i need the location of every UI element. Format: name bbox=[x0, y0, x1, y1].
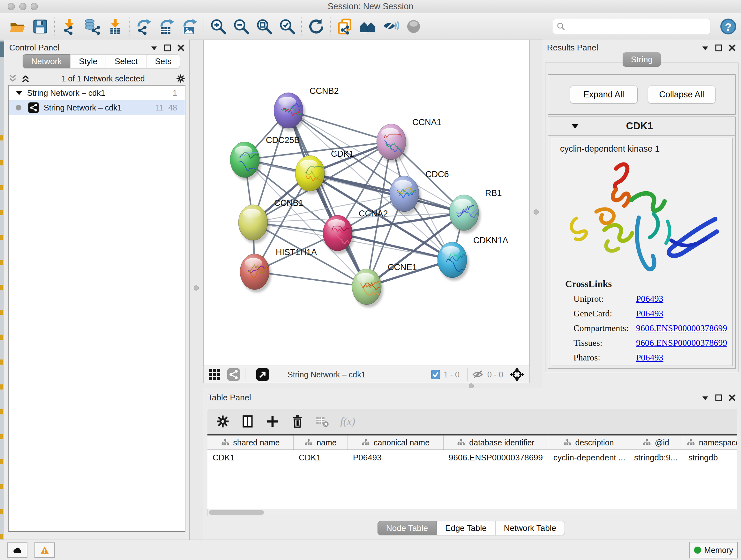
crosslink-link[interactable]: P06493 bbox=[636, 294, 664, 304]
fit-content-button[interactable] bbox=[253, 16, 276, 37]
open-session-button[interactable] bbox=[6, 16, 29, 37]
node-CDKN1A[interactable]: CDKN1A bbox=[437, 236, 509, 281]
network-row-selected[interactable]: String Network – cdk1 11 48 bbox=[9, 100, 185, 115]
column-header--id[interactable]: @id bbox=[629, 435, 683, 449]
column-header-label: description bbox=[576, 438, 614, 447]
collapse-all-icon[interactable] bbox=[8, 74, 17, 83]
column-header-name[interactable]: name bbox=[293, 435, 348, 449]
create-column-plus-icon[interactable] bbox=[266, 415, 280, 428]
help-button[interactable]: ? bbox=[719, 16, 738, 37]
cloud-services-button[interactable] bbox=[7, 543, 27, 558]
node-CCNE1[interactable]: CCNE1 bbox=[352, 262, 417, 307]
import-table-from-file-button[interactable] bbox=[104, 16, 126, 37]
node-HIST1H1A[interactable]: HIST1H1A bbox=[240, 247, 317, 293]
table-horizontal-scrollbar[interactable] bbox=[207, 509, 737, 516]
export-network-image-button[interactable] bbox=[178, 16, 201, 37]
float-panel-icon[interactable] bbox=[715, 44, 723, 52]
birdseye-view-icon[interactable] bbox=[226, 368, 241, 381]
right-splitter[interactable] bbox=[530, 40, 544, 366]
clone-network-button[interactable] bbox=[333, 16, 356, 37]
close-panel-icon[interactable] bbox=[728, 394, 736, 401]
results-tab-string[interactable]: String bbox=[623, 52, 661, 67]
status-bar: Memory bbox=[0, 540, 741, 560]
fit-selected-crosshair-icon[interactable] bbox=[510, 367, 524, 382]
column-header-namespace[interactable]: namespace bbox=[683, 435, 737, 449]
panel-menu-icon[interactable] bbox=[701, 394, 709, 401]
column-header-shared-name[interactable]: shared name bbox=[207, 435, 293, 449]
import-network-from-database-button[interactable] bbox=[80, 16, 104, 37]
expand-all-icon[interactable] bbox=[21, 74, 30, 83]
tab-style[interactable]: Style bbox=[70, 54, 106, 68]
table-row[interactable]: CDK1CDK1P064939606.ENSP00000378699cyclin… bbox=[207, 450, 737, 465]
hide-selected-button[interactable] bbox=[379, 16, 402, 37]
show-hidden-button[interactable] bbox=[402, 16, 425, 37]
network-canvas[interactable]: CCNB2CCNA1CDC25BCDK1CDC6RB1CCNB1CCNA2CDK… bbox=[203, 40, 530, 366]
crosslink-link[interactable]: 9606.ENSP00000378699 bbox=[636, 323, 727, 333]
network-overview-button[interactable] bbox=[356, 16, 379, 37]
network-label: String Network – cdk1 bbox=[44, 103, 122, 112]
main-toolbar: ? bbox=[0, 13, 741, 40]
network-collection-row[interactable]: String Network – cdk1 1 bbox=[9, 85, 185, 100]
column-header-label: shared name bbox=[233, 438, 280, 447]
zoom-in-button[interactable] bbox=[207, 16, 230, 37]
zoom-selected-button[interactable] bbox=[276, 16, 299, 37]
node-CCNA2[interactable]: CCNA2 bbox=[323, 209, 388, 254]
tab-sets[interactable]: Sets bbox=[146, 54, 180, 68]
tab-network[interactable]: Network bbox=[23, 54, 70, 68]
crosslink-link[interactable]: P06493 bbox=[636, 353, 664, 363]
selected-nodes-checkbox-icon[interactable] bbox=[431, 370, 441, 379]
network-options-gear-icon[interactable] bbox=[176, 74, 185, 83]
tab-edge-table[interactable]: Edge Table bbox=[436, 521, 495, 535]
node-CDC6[interactable]: CDC6 bbox=[390, 170, 449, 214]
entry-caret-icon[interactable] bbox=[571, 123, 579, 129]
notifications-button[interactable] bbox=[35, 543, 55, 558]
close-panel-icon[interactable] bbox=[728, 44, 736, 52]
tab-network-table[interactable]: Network Table bbox=[495, 521, 565, 535]
search-box[interactable] bbox=[553, 19, 711, 34]
collection-caret-icon[interactable] bbox=[16, 90, 23, 96]
expand-all-button[interactable]: Expand All bbox=[570, 85, 637, 104]
crosslinks-list: Uniprot:P06493GeneCard:P06493Compartment… bbox=[551, 294, 732, 363]
crosslink-link[interactable]: P06493 bbox=[636, 308, 664, 319]
close-panel-icon[interactable] bbox=[177, 44, 185, 52]
float-panel-icon[interactable] bbox=[715, 394, 723, 401]
scrollbar-thumb[interactable] bbox=[209, 510, 264, 515]
cdk1-entry-header[interactable]: CDK1 bbox=[548, 117, 735, 136]
column-header-canonical-name[interactable]: canonical name bbox=[348, 435, 444, 449]
edge-HIST1H1A-CCNE1[interactable] bbox=[255, 272, 367, 287]
show-columns-icon[interactable] bbox=[241, 415, 255, 428]
open-in-new-window-icon[interactable] bbox=[256, 368, 270, 381]
column-header-description[interactable]: description bbox=[548, 435, 629, 449]
search-input[interactable] bbox=[568, 22, 710, 31]
hidden-eye-icon[interactable] bbox=[472, 370, 484, 379]
panel-menu-icon[interactable] bbox=[150, 44, 158, 52]
svg-text:?: ? bbox=[725, 21, 732, 33]
float-panel-icon[interactable] bbox=[164, 44, 172, 52]
node-CCNA1[interactable]: CCNA1 bbox=[377, 118, 442, 163]
tab-node-table[interactable]: Node Table bbox=[378, 521, 436, 535]
export-table-to-file-button[interactable] bbox=[155, 16, 178, 37]
zoom-out-button[interactable] bbox=[230, 16, 253, 37]
save-session-button[interactable] bbox=[29, 16, 52, 37]
export-network-to-file-button[interactable] bbox=[132, 16, 155, 37]
grid-view-icon[interactable] bbox=[208, 368, 221, 381]
column-attribute-icon bbox=[563, 438, 571, 447]
delete-column-trash-icon[interactable] bbox=[290, 415, 305, 428]
node-CCNB2[interactable]: CCNB2 bbox=[274, 86, 339, 131]
node-RB1[interactable]: RB1 bbox=[449, 188, 502, 233]
tab-select[interactable]: Select bbox=[106, 54, 146, 68]
table-cell: stringdb:9... bbox=[629, 453, 683, 462]
crosslink-row: Pharos:P06493 bbox=[574, 353, 732, 363]
edge-CDK1-RB1[interactable] bbox=[310, 173, 464, 212]
crosslink-link[interactable]: 9606.ENSP00000378699 bbox=[636, 338, 727, 348]
refresh-view-button[interactable] bbox=[305, 16, 327, 37]
memory-button[interactable]: Memory bbox=[689, 542, 738, 558]
left-splitter[interactable] bbox=[189, 40, 203, 366]
collapse-all-button[interactable]: Collapse All bbox=[648, 85, 716, 104]
column-header-database-identifier[interactable]: database identifier bbox=[444, 435, 548, 449]
table-options-gear-icon[interactable] bbox=[216, 415, 230, 428]
selected-counts: 1 - 0 bbox=[444, 370, 460, 379]
panel-menu-icon[interactable] bbox=[701, 44, 709, 52]
import-network-from-file-button[interactable] bbox=[57, 16, 80, 37]
column-attribute-icon bbox=[221, 438, 229, 447]
